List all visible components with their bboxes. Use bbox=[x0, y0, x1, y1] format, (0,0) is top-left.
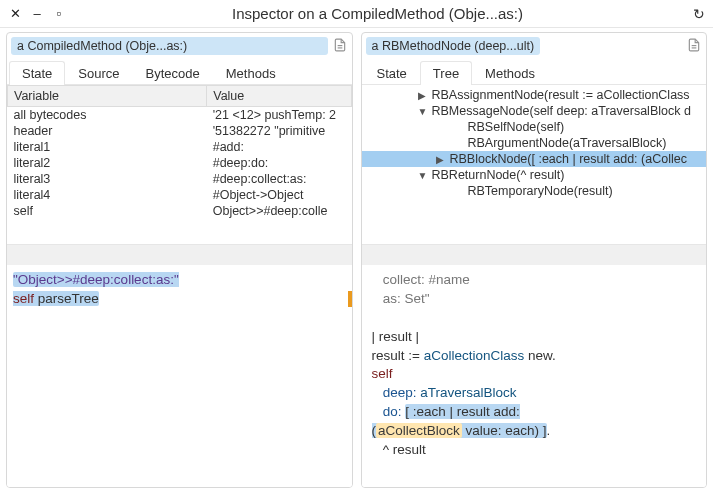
change-marker bbox=[348, 291, 352, 307]
tab-source[interactable]: Source bbox=[65, 61, 132, 84]
table-row[interactable]: all bytecodes'21 <12> pushTemp: 2 bbox=[8, 107, 352, 124]
code-comment: collect: #name as: Set" bbox=[372, 272, 470, 306]
tree-node-assignment[interactable]: ▶ RBAssignmentNode(result := aCollection… bbox=[362, 87, 707, 103]
table-row[interactable]: literal3#deep:collect:as: bbox=[8, 171, 352, 187]
tree-node-return[interactable]: ▼ RBReturnNode(^ result) bbox=[362, 167, 707, 183]
right-pane: a RBMethodNode (deep...ult) State Tree M… bbox=[361, 32, 708, 488]
tab-state[interactable]: State bbox=[9, 61, 65, 84]
col-variable[interactable]: Variable bbox=[8, 86, 207, 107]
tab-tree-r[interactable]: Tree bbox=[420, 61, 472, 84]
variables-table[interactable]: Variable Value all bytecodes'21 <12> pus… bbox=[7, 85, 352, 245]
code-self: self bbox=[372, 366, 393, 381]
tab-methods[interactable]: Methods bbox=[213, 61, 289, 84]
code-assign: result := aCollectionClass new. bbox=[372, 348, 556, 363]
document-icon[interactable] bbox=[686, 38, 702, 55]
chevron-right-icon[interactable]: ▶ bbox=[418, 90, 430, 101]
chevron-right-icon[interactable]: ▶ bbox=[436, 154, 448, 165]
left-code-area[interactable]: "Object>>#deep:collect:as:" self parseTr… bbox=[7, 265, 352, 487]
right-pane-header: a RBMethodNode (deep...ult) bbox=[362, 33, 707, 59]
table-header-row: Variable Value bbox=[8, 86, 352, 107]
table-row[interactable]: header'51382272 "primitive bbox=[8, 123, 352, 139]
table-row[interactable]: literal1#add: bbox=[8, 139, 352, 155]
code-do-kw: do: bbox=[383, 404, 406, 419]
maximize-icon[interactable]: ▫ bbox=[52, 6, 66, 21]
table-row[interactable]: literal4#Object->Object bbox=[8, 187, 352, 203]
code-literal: "Object>>#deep:collect:as:" bbox=[13, 272, 179, 287]
left-object-label[interactable]: a CompiledMethod (Obje...as:) bbox=[11, 37, 328, 55]
right-tabs: State Tree Methods bbox=[362, 59, 707, 85]
table-row[interactable]: literal2#deep:do: bbox=[8, 155, 352, 171]
minimize-icon[interactable]: – bbox=[30, 6, 44, 21]
ast-tree[interactable]: ▶ RBAssignmentNode(result := aCollection… bbox=[362, 85, 707, 245]
left-tabs: State Source Bytecode Methods bbox=[7, 59, 352, 85]
tab-state-r[interactable]: State bbox=[364, 61, 420, 84]
tree-node-message[interactable]: ▼ RBMessageNode(self deep: aTraversalBlo… bbox=[362, 103, 707, 119]
left-pane-header: a CompiledMethod (Obje...as:) bbox=[7, 33, 352, 59]
code-msg: parseTree bbox=[38, 291, 99, 306]
document-icon[interactable] bbox=[332, 38, 348, 55]
splitter[interactable] bbox=[362, 245, 707, 265]
tree-node-blocknode[interactable]: ▶ RBBlockNode([ :each | result add: (aCo… bbox=[362, 151, 707, 167]
main-split: a CompiledMethod (Obje...as:) State Sour… bbox=[0, 28, 713, 494]
table-row[interactable]: selfObject>>#deep:colle bbox=[8, 203, 352, 219]
tree-node-temp[interactable]: RBTemporaryNode(result) bbox=[362, 183, 707, 199]
close-icon[interactable]: ✕ bbox=[8, 6, 22, 21]
refresh-icon[interactable]: ↻ bbox=[689, 6, 705, 22]
right-object-label[interactable]: a RBMethodNode (deep...ult) bbox=[366, 37, 541, 55]
splitter[interactable] bbox=[7, 245, 352, 265]
title-bar: ✕ – ▫ Inspector on a CompiledMethod (Obj… bbox=[0, 0, 713, 28]
code-return: ^ result bbox=[383, 442, 426, 457]
chevron-down-icon[interactable]: ▼ bbox=[418, 106, 430, 117]
code-temp-decl: | result | bbox=[372, 329, 420, 344]
right-code-area[interactable]: collect: #name as: Set" | result | resul… bbox=[362, 265, 707, 487]
tree-node-selfnode[interactable]: RBSelfNode(self) bbox=[362, 119, 707, 135]
code-arg: aTraversalBlock bbox=[420, 385, 516, 400]
code-deep-kw: deep: bbox=[383, 385, 421, 400]
tree-node-argnode[interactable]: RBArgumentNode(aTraversalBlock) bbox=[362, 135, 707, 151]
chevron-down-icon[interactable]: ▼ bbox=[418, 170, 430, 181]
window-title: Inspector on a CompiledMethod (Obje...as… bbox=[66, 5, 689, 22]
col-value[interactable]: Value bbox=[207, 86, 351, 107]
left-pane: a CompiledMethod (Obje...as:) State Sour… bbox=[6, 32, 353, 488]
tab-bytecode[interactable]: Bytecode bbox=[133, 61, 213, 84]
code-self: self bbox=[13, 291, 34, 306]
tab-methods-r[interactable]: Methods bbox=[472, 61, 548, 84]
